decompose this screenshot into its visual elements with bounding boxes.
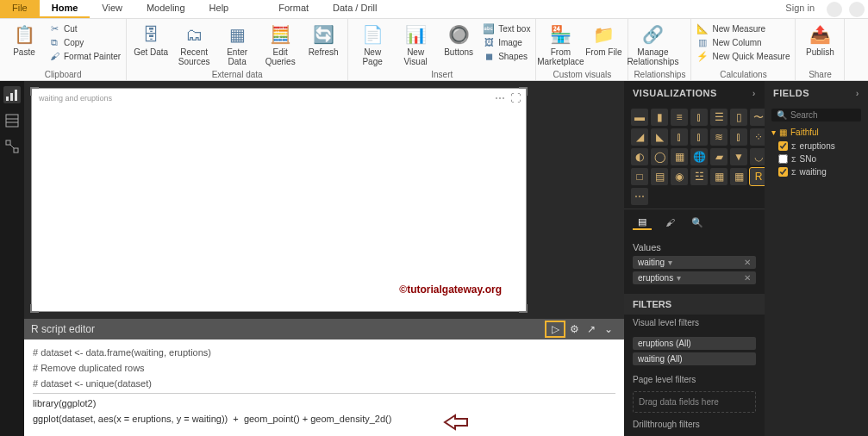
- viz-area[interactable]: ◢: [631, 128, 648, 146]
- viz-waterfall[interactable]: ⫿: [730, 128, 747, 146]
- group-relationships: 🔗Manage Relationships Relationships: [628, 19, 691, 80]
- script-settings-button[interactable]: ⚙: [565, 321, 583, 338]
- viz-treemap[interactable]: ▦: [671, 148, 688, 165]
- table-faithful[interactable]: ▾▦Faithful: [765, 125, 868, 140]
- viz-filled-map[interactable]: ▰: [710, 148, 727, 165]
- viz-map[interactable]: 🌐: [690, 148, 708, 165]
- value-field-eruptions[interactable]: eruptions▾✕: [633, 271, 756, 284]
- refresh-button[interactable]: 🔄Refresh: [304, 21, 342, 57]
- visual-filter-icon[interactable]: ⋯: [495, 92, 505, 104]
- visualizations-header[interactable]: VISUALIZATIONS›: [624, 81, 765, 105]
- format-tab[interactable]: 🖌: [660, 215, 679, 230]
- viz-table[interactable]: ▦: [710, 168, 727, 185]
- viz-card[interactable]: □: [631, 168, 648, 185]
- analytics-tab[interactable]: 🔍: [688, 215, 707, 230]
- tab-datadrill[interactable]: Data / Drill: [321, 0, 389, 18]
- textbox-button[interactable]: 🔤Text box: [483, 22, 530, 34]
- sigma-icon: Σ: [791, 142, 796, 151]
- shapes-button[interactable]: ◼Shapes: [483, 50, 530, 62]
- get-data-button[interactable]: 🗄Get Data: [132, 21, 170, 57]
- viz-ribbon[interactable]: ≋: [710, 128, 727, 146]
- app-icon: [849, 2, 865, 17]
- workspace: waiting and eruptions ⋯ ⛶ ©tutorialgatew…: [0, 81, 868, 436]
- viz-clustered-bar[interactable]: ≡: [671, 109, 688, 126]
- edit-queries-button[interactable]: 🧮Edit Queries: [261, 21, 299, 66]
- value-field-waiting[interactable]: waiting▾✕: [633, 256, 756, 269]
- viz-multi-card[interactable]: ▤: [651, 168, 668, 185]
- field-waiting-checkbox[interactable]: [778, 167, 788, 177]
- report-view-button[interactable]: [3, 86, 21, 103]
- report-canvas[interactable]: waiting and eruptions ⋯ ⛶ ©tutorialgatew…: [31, 88, 527, 312]
- viz-funnel[interactable]: ▼: [730, 148, 747, 165]
- fields-header[interactable]: FIELDS›: [765, 81, 868, 105]
- tab-help[interactable]: Help: [197, 0, 241, 18]
- field-sno[interactable]: ΣSNo: [765, 153, 868, 165]
- new-visual-button[interactable]: 📊New Visual: [397, 21, 434, 66]
- viz-kpi[interactable]: ◉: [671, 168, 688, 185]
- chevron-down-icon[interactable]: ▾: [665, 258, 676, 267]
- copy-button[interactable]: ⧉Copy: [48, 36, 121, 48]
- run-script-button[interactable]: ▷: [545, 321, 565, 338]
- viz-pie[interactable]: ◐: [631, 148, 648, 165]
- new-page-button[interactable]: 📄New Page: [353, 21, 391, 66]
- new-measure-button[interactable]: 📐New Measure: [696, 22, 790, 34]
- chevron-down-icon[interactable]: ▾: [673, 273, 684, 283]
- visual-focus-icon[interactable]: ⛶: [510, 92, 521, 104]
- image-button[interactable]: 🖼Image: [483, 36, 530, 48]
- enter-data-button[interactable]: ▦Enter Data: [218, 21, 256, 66]
- visual-level-filters-label: Visual level filters: [624, 315, 765, 331]
- viz-100-column[interactable]: ▯: [730, 109, 747, 126]
- data-view-button[interactable]: [3, 112, 21, 129]
- remove-field-icon[interactable]: ✕: [740, 273, 751, 283]
- buttons-button[interactable]: 🔘Buttons: [440, 21, 478, 57]
- remove-field-icon[interactable]: ✕: [740, 258, 751, 267]
- viz-stacked-area[interactable]: ◣: [651, 128, 668, 146]
- field-sno-checkbox[interactable]: [778, 154, 788, 164]
- from-marketplace-button[interactable]: 🏪From Marketplace: [541, 21, 579, 66]
- viz-matrix[interactable]: ▦: [730, 168, 747, 185]
- fields-search-input[interactable]: 🔍Search: [771, 109, 861, 121]
- tab-format[interactable]: Format: [266, 0, 321, 18]
- from-file-button[interactable]: 📁From File: [584, 21, 622, 57]
- script-collapse-button[interactable]: ⌄: [600, 321, 617, 338]
- signin-link[interactable]: Sign in: [777, 0, 823, 18]
- r-script-editor[interactable]: # dataset <- data.frame(waiting, eruptio…: [24, 339, 624, 436]
- manage-relationships-button[interactable]: 🔗Manage Relationships: [634, 21, 671, 66]
- help-icon[interactable]: [827, 2, 842, 17]
- filter-eruptions[interactable]: eruptions (All): [633, 337, 756, 350]
- fields-tab[interactable]: ▤: [633, 215, 652, 230]
- page-filter-dropzone[interactable]: Drag data fields here: [633, 391, 756, 413]
- sigma-icon: Σ: [791, 168, 796, 177]
- viz-line-column[interactable]: ⫿: [671, 128, 688, 146]
- viz-line-clustered[interactable]: ⫿: [690, 128, 708, 146]
- tab-file[interactable]: File: [0, 0, 40, 18]
- publish-button[interactable]: 📤Publish: [801, 21, 839, 57]
- format-painter-button[interactable]: 🖌Format Painter: [48, 50, 121, 62]
- script-external-button[interactable]: ↗: [583, 321, 600, 338]
- new-column-button[interactable]: ▥New Column: [696, 36, 790, 48]
- field-eruptions-checkbox[interactable]: [778, 141, 788, 151]
- page-level-filters-label: Page level filters: [624, 371, 765, 388]
- recent-sources-button[interactable]: 🗂Recent Sources: [175, 21, 213, 66]
- svg-rect-6: [6, 140, 10, 145]
- viz-clustered-column[interactable]: ⫿: [690, 109, 708, 126]
- visual-title: waiting and eruptions: [39, 94, 112, 103]
- paste-button[interactable]: 📋Paste: [5, 21, 43, 57]
- viz-stacked-bar[interactable]: ▬: [631, 109, 648, 126]
- field-eruptions[interactable]: Σeruptions: [765, 140, 868, 153]
- viz-stacked-column[interactable]: ▮: [651, 109, 668, 126]
- field-waiting[interactable]: Σwaiting: [765, 165, 868, 178]
- new-quick-measure-button[interactable]: ⚡New Quick Measure: [696, 50, 790, 62]
- viz-donut[interactable]: ◯: [651, 148, 668, 165]
- viz-100-bar[interactable]: ☰: [710, 109, 727, 126]
- filter-waiting[interactable]: waiting (All): [633, 352, 756, 365]
- cut-button[interactable]: ✂Cut: [48, 22, 121, 34]
- values-label: Values: [633, 242, 756, 252]
- visualizations-pane: VISUALIZATIONS› ▬ ▮ ≡ ⫿ ☰ ▯ 〜 ◢ ◣ ⫿ ⫿ ≋ …: [624, 81, 765, 436]
- model-view-button[interactable]: [3, 138, 21, 155]
- tab-modeling[interactable]: Modeling: [134, 0, 197, 18]
- viz-more[interactable]: ⋯: [631, 188, 648, 205]
- viz-slicer[interactable]: ☳: [690, 168, 708, 185]
- tab-view[interactable]: View: [90, 0, 134, 18]
- tab-home[interactable]: Home: [40, 0, 91, 18]
